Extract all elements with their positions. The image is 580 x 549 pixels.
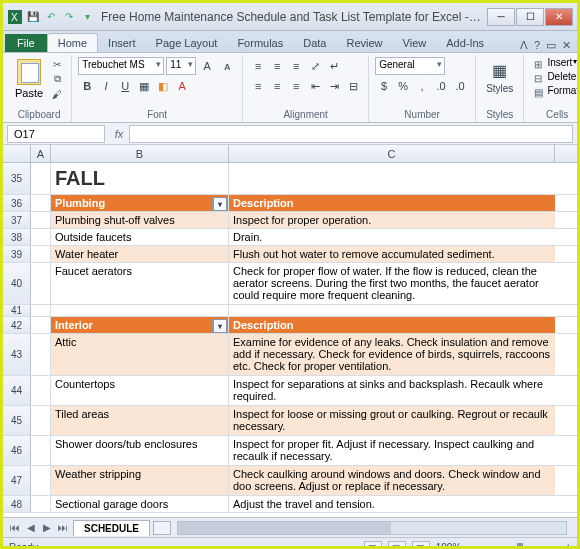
increase-indent-icon[interactable]: ⇥ [325,77,343,95]
row-header[interactable]: 47 [3,466,31,495]
cell[interactable]: Description▾ [229,317,555,333]
sheet-tab-schedule[interactable]: SCHEDULE [73,520,150,536]
close-button[interactable]: ✕ [545,8,573,26]
window-restore-icon[interactable]: ▭ [546,39,556,52]
cell[interactable]: FALL [51,163,229,194]
font-name-select[interactable]: Trebuchet MS [78,57,164,75]
cell[interactable] [31,317,51,333]
cell[interactable]: Adjust the travel and tension. [229,496,555,512]
cell[interactable]: Outside faucets [51,229,229,245]
cell[interactable] [31,229,51,245]
tab-home[interactable]: Home [47,33,98,52]
merge-icon[interactable]: ⊟ [344,77,362,95]
zoom-out-button[interactable]: − [467,542,473,549]
redo-icon[interactable]: ↷ [61,9,77,25]
tab-file[interactable]: File [5,34,47,52]
insert-label[interactable]: Insert [547,57,572,71]
cell[interactable] [31,496,51,512]
cell[interactable] [229,163,555,194]
row-header[interactable]: 43 [3,334,31,375]
col-header-b[interactable]: B [51,145,229,162]
save-icon[interactable]: 💾 [25,9,41,25]
cell[interactable] [31,436,51,465]
cell[interactable]: Drain. [229,229,555,245]
row-header[interactable]: 40 [3,263,31,304]
row-header[interactable]: 46 [3,436,31,465]
cell[interactable]: Flush out hot water to remove accumulate… [229,246,555,262]
font-color-button[interactable]: A [173,77,191,95]
cell[interactable]: Description▾ [229,195,555,211]
wrap-text-icon[interactable]: ↵ [325,57,343,75]
format-cells-icon[interactable]: ▤ [530,85,546,99]
cell[interactable] [31,334,51,375]
align-left-icon[interactable]: ≡ [249,77,267,95]
cell[interactable]: Inspect for loose or missing grout or ca… [229,406,555,435]
row-header[interactable]: 45 [3,406,31,435]
tab-page-layout[interactable]: Page Layout [146,34,228,52]
align-top-icon[interactable]: ≡ [249,57,267,75]
tab-nav-last-icon[interactable]: ⏭ [55,520,71,536]
qat-dropdown-icon[interactable]: ▾ [79,9,95,25]
fx-icon[interactable]: fx [109,128,129,140]
tab-formulas[interactable]: Formulas [227,34,293,52]
fill-color-button[interactable]: ◧ [154,77,172,95]
currency-icon[interactable]: $ [375,77,393,95]
cell[interactable]: Water heater [51,246,229,262]
row-header[interactable]: 37 [3,212,31,228]
tab-nav-next-icon[interactable]: ▶ [39,520,55,536]
tab-nav-first-icon[interactable]: ⏮ [7,520,23,536]
row-header[interactable]: 44 [3,376,31,405]
cell[interactable]: Inspect for proper operation. [229,212,555,228]
name-box[interactable]: O17 [7,125,105,143]
align-center-icon[interactable]: ≡ [268,77,286,95]
increase-decimal-icon[interactable]: .0 [432,77,450,95]
cell[interactable] [31,263,51,304]
tab-addins[interactable]: Add-Ins [436,34,494,52]
tab-data[interactable]: Data [293,34,336,52]
delete-cells-icon[interactable]: ⊟ [530,71,546,85]
cell[interactable] [229,305,555,316]
select-all-corner[interactable] [3,145,31,162]
paste-button[interactable]: Paste [13,57,45,101]
maximize-button[interactable]: ☐ [516,8,544,26]
undo-icon[interactable]: ↶ [43,9,59,25]
shrink-font-icon[interactable]: ᴀ [218,57,236,75]
grow-font-icon[interactable]: A [198,57,216,75]
decrease-decimal-icon[interactable]: .0 [451,77,469,95]
cell[interactable] [31,406,51,435]
cell[interactable]: Plumbing shut-off valves [51,212,229,228]
border-button[interactable]: ▦ [135,77,153,95]
insert-cells-icon[interactable]: ⊞ [530,57,546,71]
align-right-icon[interactable]: ≡ [287,77,305,95]
cell[interactable] [31,195,51,211]
cell[interactable]: Weather stripping [51,466,229,495]
cell[interactable] [51,305,229,316]
minimize-button[interactable]: ─ [487,8,515,26]
row-header[interactable]: 48 [3,496,31,512]
close-workbook-icon[interactable]: ✕ [562,39,571,52]
cell[interactable] [31,466,51,495]
normal-view-button[interactable]: ▦ [364,541,382,550]
format-label[interactable]: Format [547,85,579,99]
col-header-c[interactable]: C [229,145,555,162]
grid-body[interactable]: 35FALL36Plumbing▾Description▾37Plumbing … [3,163,577,517]
tab-view[interactable]: View [393,34,437,52]
cell[interactable]: Inspect for proper fit. Adjust if necess… [229,436,555,465]
delete-label[interactable]: Delete [547,71,576,85]
filter-dropdown-icon[interactable]: ▾ [213,197,227,211]
formula-bar[interactable] [129,125,573,143]
italic-button[interactable]: I [97,77,115,95]
cell[interactable]: Inspect for separations at sinks and bac… [229,376,555,405]
comma-icon[interactable]: , [413,77,431,95]
bold-button[interactable]: B [78,77,96,95]
horizontal-scrollbar[interactable] [177,521,567,535]
cell[interactable]: Shower doors/tub enclosures [51,436,229,465]
cell[interactable] [31,246,51,262]
row-header[interactable]: 42 [3,317,31,333]
minimize-ribbon-icon[interactable]: ᐱ [520,39,528,52]
format-painter-icon[interactable]: 🖌 [49,87,65,101]
cell[interactable]: Plumbing▾ [51,195,229,211]
align-bottom-icon[interactable]: ≡ [287,57,305,75]
cell[interactable] [31,163,51,194]
tab-nav-prev-icon[interactable]: ◀ [23,520,39,536]
